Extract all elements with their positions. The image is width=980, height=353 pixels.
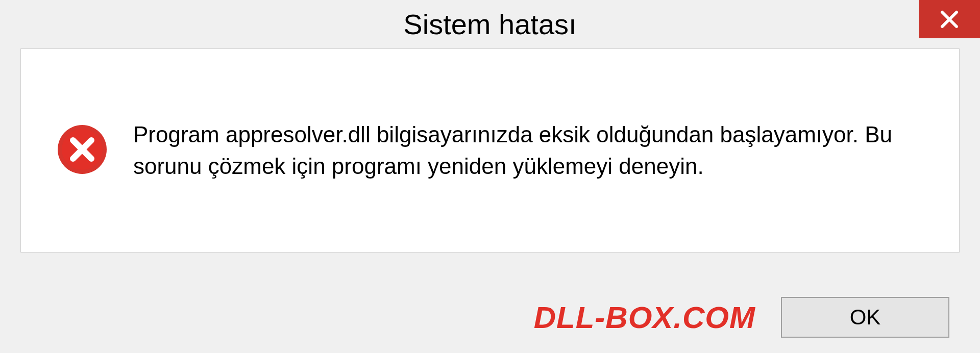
error-icon-wrap: [57, 124, 108, 177]
close-icon: [939, 9, 960, 30]
error-dialog: Sistem hatası Program appresolver.dll bi…: [0, 0, 980, 353]
content-panel: Program appresolver.dll bilgisayarınızda…: [20, 48, 960, 253]
title-bar: Sistem hatası: [0, 0, 980, 48]
error-icon: [57, 124, 108, 175]
error-message: Program appresolver.dll bilgisayarınızda…: [133, 119, 923, 182]
close-button[interactable]: [919, 0, 980, 38]
watermark-text: DLL-BOX.COM: [534, 300, 755, 335]
dialog-title: Sistem hatası: [403, 8, 576, 41]
dialog-footer: DLL-BOX.COM OK: [0, 282, 980, 353]
ok-button[interactable]: OK: [781, 297, 949, 338]
